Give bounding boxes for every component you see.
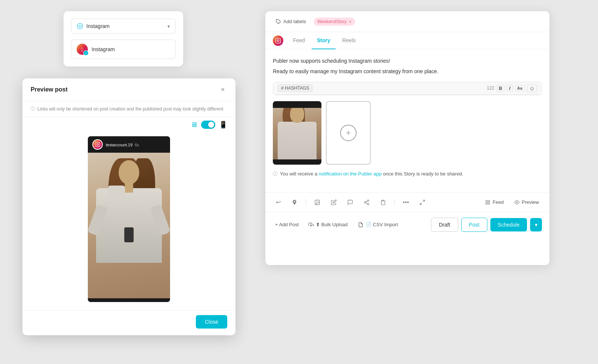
account-selector-panel: Instagram ▾  ✓ Instagram	[64, 11, 183, 66]
modal-subtitle: ⓘ Links will only be shortened on post c…	[22, 101, 235, 117]
svg-rect-14	[486, 200, 487, 202]
notification-text: You will receive a notification on the P…	[280, 171, 463, 177]
dropdown-chevron: ▾	[167, 24, 170, 29]
bold-button[interactable]: B	[497, 85, 505, 92]
chat-icon[interactable]	[345, 197, 355, 208]
csv-import-button[interactable]: 📄 CSV Import	[355, 220, 401, 229]
check-badge: ✓	[83, 50, 89, 56]
emoji-button[interactable]: ☺	[527, 84, 537, 92]
platform-dropdown[interactable]: Instagram ▾	[71, 19, 176, 34]
notification-link[interactable]: notification on the Publer app	[319, 171, 382, 177]
svg-point-9	[367, 203, 369, 205]
platform-name: Instagram	[86, 23, 110, 29]
svg-point-18	[516, 202, 518, 203]
add-post-button[interactable]: + Add Post	[273, 220, 301, 229]
schedule-button[interactable]: Schedule	[490, 218, 527, 231]
bottom-toolbar: ↩ ••• Feed	[265, 192, 549, 212]
location-icon[interactable]	[289, 197, 300, 208]
char-count-area: 122 B I Aa ☺	[487, 84, 537, 92]
toolbar-right: Feed Preview	[482, 198, 542, 206]
tag-icon	[276, 19, 281, 24]
phone-account-avatar	[92, 139, 103, 150]
feed-button[interactable]: Feed	[482, 198, 507, 206]
phone-header: testaccount.19 6s	[88, 136, 170, 153]
post-text: Publer now supports scheduling Instagram…	[273, 57, 542, 76]
labels-bar: Add labels WeekendStory ×	[265, 11, 549, 32]
notification-bar: ⓘ You will receive a notification on the…	[273, 171, 542, 177]
device-toggle-switch[interactable]	[201, 121, 215, 129]
label-tag-weekendstory: WeekendStory ×	[314, 18, 355, 26]
tab-feed[interactable]: Feed	[288, 32, 310, 49]
action-footer: + Add Post ⬆ Bulk Upload 📄 CSV Import Dr…	[265, 212, 549, 237]
bulk-upload-button[interactable]: ⬆ Bulk Upload	[305, 220, 351, 229]
label-tag-close[interactable]: ×	[349, 19, 351, 24]
post-button[interactable]: Post	[461, 218, 487, 232]
modal-preview-content: testaccount.19 6s	[22, 133, 235, 310]
phone-bottom-bar	[88, 298, 170, 302]
toolbar-separator-1	[306, 199, 306, 206]
add-image-button[interactable]: +	[326, 101, 371, 165]
account-avatar:  ✓	[77, 44, 88, 55]
phone-preview-image	[88, 153, 170, 298]
svg-line-13	[420, 203, 422, 205]
svg-point-7	[367, 200, 369, 201]
dots-icon[interactable]: •••	[401, 197, 411, 208]
hashtag-toolbar: # HASHTAGS 122 B I Aa ☺	[273, 82, 542, 95]
char-count-number: 122	[487, 85, 494, 91]
svg-line-11	[366, 201, 368, 202]
tabs-row: Feed Story Reels	[265, 32, 549, 49]
aa-button[interactable]: Aa	[515, 85, 525, 91]
preview-button[interactable]: Preview	[511, 198, 542, 206]
svg-line-10	[366, 203, 368, 204]
post-line2: Ready to easily manage my Instagram cont…	[273, 67, 542, 75]
draft-button[interactable]: Draft	[431, 218, 458, 232]
svg-rect-15	[488, 200, 490, 202]
phone-time: 6s	[135, 143, 139, 147]
account-item[interactable]:  ✓ Instagram	[71, 40, 176, 59]
svg-rect-16	[486, 203, 487, 204]
svg-rect-17	[488, 203, 490, 204]
content-area: Publer now supports scheduling Instagram…	[265, 49, 549, 192]
schedule-dropdown-button[interactable]: ▾	[530, 218, 542, 231]
device-toggle-row: 🖥 📱	[22, 117, 235, 133]
hashtag-pill[interactable]: # HASHTAGS	[278, 84, 312, 92]
svg-rect-2	[275, 38, 280, 43]
post-line1: Publer now supports scheduling Instagram…	[273, 57, 542, 65]
resize-icon[interactable]	[417, 197, 428, 208]
modal-subtitle-text: Links will only be shortened on post cre…	[37, 106, 223, 112]
add-labels-button[interactable]: Add labels	[273, 17, 309, 26]
tab-story[interactable]: Story	[312, 32, 336, 49]
svg-point-8	[364, 202, 366, 203]
svg-point-0	[77, 24, 83, 29]
toolbar-separator-2	[394, 199, 395, 206]
reply-icon[interactable]: ↩	[273, 197, 283, 208]
phone-account-info: testaccount.19 6s	[106, 141, 139, 148]
mobile-icon[interactable]: 📱	[219, 121, 227, 129]
images-row: +	[273, 101, 542, 165]
svg-point-3	[277, 40, 279, 41]
svg-point-4	[279, 39, 280, 39]
svg-point-6	[316, 201, 317, 202]
image-icon[interactable]	[312, 197, 323, 208]
account-name: Instagram	[92, 46, 115, 52]
svg-line-12	[423, 200, 425, 202]
modal-footer: Close	[22, 310, 235, 335]
phone-preview: testaccount.19 6s	[88, 136, 170, 302]
preview-modal: Preview post × ⓘ Links will only be shor…	[22, 78, 235, 335]
tab-reels[interactable]: Reels	[337, 32, 361, 49]
share-icon[interactable]	[361, 197, 372, 208]
image-thumbnail-1[interactable]	[273, 101, 321, 165]
svg-point-21	[97, 144, 99, 146]
modal-info-icon: ⓘ	[31, 106, 35, 112]
pencil-icon[interactable]	[329, 197, 339, 208]
instagram-platform-icon	[273, 35, 283, 46]
close-modal-button[interactable]: Close	[196, 315, 227, 329]
modal-header: Preview post ×	[22, 78, 235, 101]
desktop-icon[interactable]: 🖥	[191, 121, 197, 129]
svg-point-22	[99, 143, 99, 143]
svg-rect-20	[95, 142, 100, 147]
italic-button[interactable]: I	[507, 85, 513, 92]
info-icon: ⓘ	[273, 171, 278, 177]
trash-icon[interactable]	[378, 197, 388, 208]
modal-close-button[interactable]: ×	[218, 85, 227, 94]
